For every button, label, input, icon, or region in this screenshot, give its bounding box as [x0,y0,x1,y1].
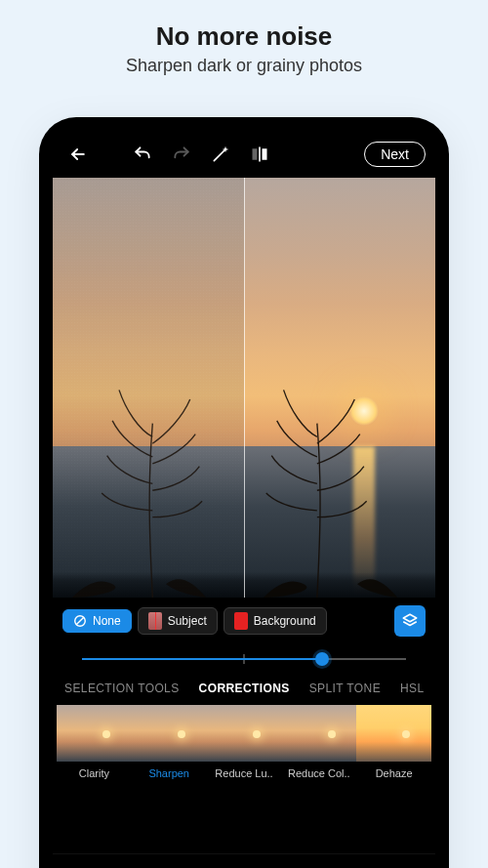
promo-subtitle: Sharpen dark or grainy photos [0,56,488,76]
layers-button[interactable] [394,605,426,637]
chip-label: Background [254,614,316,628]
compare-divider[interactable] [244,178,245,598]
correction-label: Clarity [77,762,111,787]
undo-button[interactable] [127,139,158,170]
nav-view[interactable] [382,864,413,869]
correction-thumb [132,705,207,762]
promo-title: No more noise [0,21,488,52]
chip-label: None [93,614,121,628]
compare-button[interactable] [244,139,275,170]
nav-heal[interactable] [305,864,336,869]
correction-sharpen[interactable]: Sharpen [132,705,207,787]
nav-adjust[interactable] [228,864,260,869]
tab-hsl[interactable]: HSL [400,682,425,695]
tab-selection-tools[interactable]: SELECTION TOOLS [64,682,180,695]
nav-looks[interactable] [75,864,106,869]
sun [349,396,379,426]
none-icon [73,614,87,628]
mask-chip-background[interactable]: Background [224,607,327,635]
correction-label: Reduce Lu.. [213,762,274,787]
correction-reduce-col-[interactable]: Reduce Col.. [281,705,356,787]
tab-split-tone[interactable]: SPLIT TONE [309,682,381,695]
mask-chip-none[interactable]: None [62,609,132,633]
next-button[interactable]: Next [364,142,426,167]
correction-thumb [57,705,132,762]
photo-preview[interactable] [53,178,435,598]
correction-thumb [356,705,431,762]
layers-icon [401,612,419,630]
chip-label: Subject [168,614,207,628]
background-thumb [234,612,248,630]
nav-crop[interactable] [152,864,183,869]
correction-label: Sharpen [146,762,191,787]
app-bar: Next [53,131,435,178]
adjust-slider[interactable] [82,652,406,666]
mask-chip-subject[interactable]: Subject [138,607,218,635]
correction-thumb [281,705,356,762]
device-frame: Next [39,117,449,868]
correction-clarity[interactable]: Clarity [57,705,132,787]
auto-enhance-button[interactable] [205,139,236,170]
redo-button[interactable] [166,139,197,170]
subject-thumb [148,612,162,630]
correction-dehaze[interactable]: Dehaze [356,705,431,787]
back-button[interactable] [62,139,94,170]
correction-label: Reduce Col.. [286,762,352,787]
correction-reduce-lu-[interactable]: Reduce Lu.. [207,705,282,787]
correction-thumb [207,705,282,762]
correction-label: Dehaze [374,762,415,787]
tab-corrections[interactable]: CORRECTIONS [199,682,290,695]
